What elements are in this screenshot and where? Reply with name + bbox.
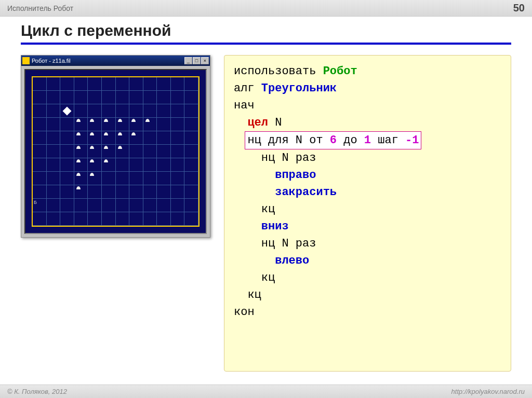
code-line-12: влево — [234, 252, 501, 269]
grid-cell — [157, 212, 171, 226]
painted-cell-icon — [104, 119, 108, 122]
code-line-5-highlight: нц для N от 6 до 1 шаг -1 — [234, 131, 501, 149]
grid-cell — [33, 185, 47, 199]
grid-cell — [129, 199, 143, 212]
grid-cell — [60, 104, 74, 118]
base-label: Б — [34, 200, 37, 205]
grid-cell — [143, 91, 157, 104]
grid-cell — [102, 185, 116, 199]
grid-cell — [33, 118, 47, 131]
maximize-button[interactable]: □ — [193, 57, 201, 64]
code-line-14: кц — [234, 286, 501, 304]
app-icon — [22, 57, 30, 64]
code-line-3: нач — [234, 97, 501, 114]
grid-cell — [157, 118, 171, 131]
grid-cell — [143, 145, 157, 158]
painted-cell-icon — [145, 119, 150, 122]
grid-cell — [60, 212, 74, 226]
grid-cell — [129, 118, 143, 131]
grid-cell — [143, 199, 157, 212]
grid-cell — [47, 118, 61, 131]
grid-cell — [157, 158, 171, 172]
grid-cell — [129, 212, 143, 226]
painted-cell-icon — [104, 146, 108, 149]
slide-footer: © К. Поляков, 2012 http://kpolyakov.naro… — [0, 385, 532, 398]
grid-cell — [60, 91, 74, 104]
grid-cell — [184, 131, 198, 145]
minimize-button[interactable]: _ — [184, 57, 192, 64]
grid-cell — [116, 158, 130, 172]
grid-cell — [88, 199, 102, 212]
grid-cell — [129, 104, 143, 118]
painted-cell-icon — [104, 132, 108, 135]
grid-cell — [74, 158, 88, 172]
grid-cell — [47, 91, 61, 104]
painted-cell-icon — [76, 119, 81, 122]
grid-cell — [33, 145, 47, 158]
grid-cell — [116, 199, 130, 212]
grid-cell — [157, 104, 171, 118]
grid-cell — [157, 145, 171, 158]
code-line-15: кон — [234, 304, 501, 321]
grid-cell — [33, 91, 47, 104]
painted-cell-icon — [90, 146, 94, 149]
grid-cell — [116, 212, 130, 226]
grid-cell — [47, 172, 61, 185]
grid-cell — [33, 158, 47, 172]
grid-cell — [184, 145, 198, 158]
page-number: 50 — [513, 2, 525, 14]
grid-cell — [129, 185, 143, 199]
grid-cell — [116, 104, 130, 118]
grid-cell — [88, 212, 102, 226]
grid-cell — [60, 131, 74, 145]
grid-cell — [102, 77, 116, 91]
grid-cell — [47, 131, 61, 145]
close-button[interactable]: × — [201, 57, 209, 64]
grid-cell — [157, 185, 171, 199]
subject-label: Исполнитель Робот — [7, 4, 73, 12]
robot-title: Робот - z11a.fil — [32, 58, 182, 64]
grid-cell — [60, 185, 74, 199]
painted-cell-icon — [118, 132, 122, 135]
grid-cell — [171, 104, 185, 118]
painted-cell-icon — [90, 119, 94, 122]
grid-cell — [102, 172, 116, 185]
grid-cell — [157, 199, 171, 212]
grid-cell — [184, 158, 198, 172]
grid-cell — [60, 199, 74, 212]
grid-cell — [102, 91, 116, 104]
grid-cell — [74, 185, 88, 199]
painted-cell-icon — [90, 159, 94, 162]
grid-cell — [184, 104, 198, 118]
painted-cell-icon — [76, 186, 81, 189]
grid-cell — [143, 104, 157, 118]
grid-cell — [129, 145, 143, 158]
slide-header: Исполнитель Робот 50 — [0, 0, 532, 17]
grid-cell — [74, 131, 88, 145]
grid-cell — [60, 118, 74, 131]
grid-cell — [157, 77, 171, 91]
grid-cell — [33, 104, 47, 118]
grid-cell — [88, 131, 102, 145]
code-line-6: нц N раз — [234, 149, 501, 167]
grid-cell — [116, 91, 130, 104]
grid-cell — [60, 158, 74, 172]
code-line-4: цел N — [234, 114, 501, 131]
code-line-9: кц — [234, 201, 501, 218]
grid-cell — [157, 91, 171, 104]
grid-cell — [184, 185, 198, 199]
grid-cell — [33, 212, 47, 226]
grid-cell — [143, 131, 157, 145]
grid-cell — [143, 158, 157, 172]
code-line-7: вправо — [234, 167, 501, 184]
grid-cell — [171, 212, 185, 226]
grid-cell — [60, 145, 74, 158]
painted-cell-icon — [131, 119, 136, 122]
grid-cell — [143, 185, 157, 199]
grid-cell — [171, 77, 185, 91]
grid-cell — [102, 131, 116, 145]
grid-cell — [129, 131, 143, 145]
grid-cell — [171, 185, 185, 199]
grid-cell — [171, 158, 185, 172]
grid-cell — [171, 118, 185, 131]
